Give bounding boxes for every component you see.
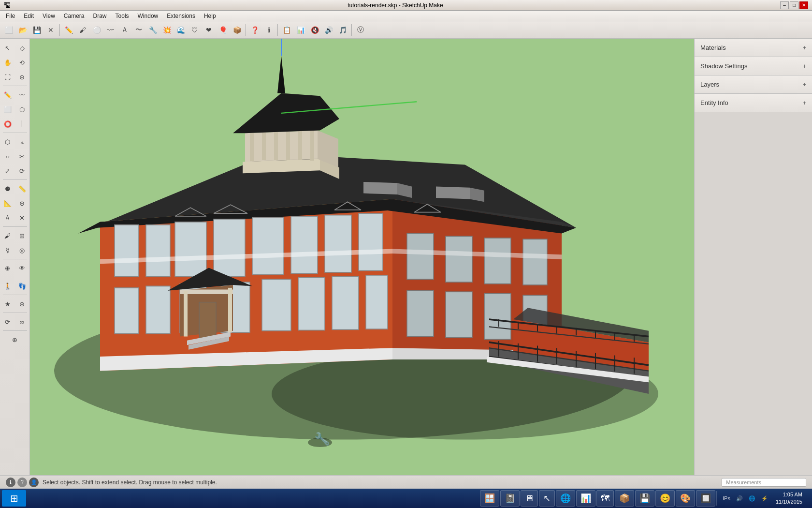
toolbar-btn-0[interactable]: ⬜ xyxy=(2,23,15,37)
battery-icon[interactable]: ⚡ xyxy=(759,494,770,503)
left-tool-25-0[interactable]: ⟳ xyxy=(1,315,14,329)
left-tool-21-1[interactable]: 👣 xyxy=(15,279,29,293)
left-tool-19-0[interactable]: ⊕ xyxy=(1,261,14,275)
toolbar-btn-7[interactable]: ⚪ xyxy=(90,23,103,37)
network-icon[interactable]: 🌐 xyxy=(747,494,757,503)
menu-item-draw[interactable]: Draw xyxy=(89,12,111,20)
toolbar-btn-24[interactable]: 🔇 xyxy=(308,23,321,37)
toolbar-btn-9[interactable]: Ａ xyxy=(118,23,131,37)
left-tool-2-1[interactable]: ⊕ xyxy=(15,70,29,84)
toolbar-btn-6[interactable]: 🖌 xyxy=(76,23,89,37)
toolbar-btn-13[interactable]: 🌊 xyxy=(174,23,188,37)
shadow-settings-panel[interactable]: Shadow Settings + xyxy=(695,57,812,75)
toolbar-btn-3[interactable]: ✕ xyxy=(44,23,58,37)
left-tool-14-0[interactable]: Ａ xyxy=(1,211,14,224)
menu-item-view[interactable]: View xyxy=(39,12,59,20)
left-tool-13-0[interactable]: 📐 xyxy=(1,196,14,210)
left-tool-13-1[interactable]: ⊕ xyxy=(15,196,29,210)
taskbar-app-app7[interactable]: 📦 xyxy=(615,490,634,507)
toolbar-btn-25[interactable]: 🔊 xyxy=(322,23,335,37)
close-button[interactable]: ✕ xyxy=(799,1,808,9)
menu-item-edit[interactable]: Edit xyxy=(20,12,38,20)
materials-panel[interactable]: Materials + xyxy=(695,39,812,57)
left-tool-8-1[interactable]: ⟁ xyxy=(15,135,29,149)
taskbar-app-onenote[interactable]: 📓 xyxy=(500,490,520,507)
left-tool-19-1[interactable]: 👁 xyxy=(15,261,29,275)
left-tool-16-0[interactable]: 🖌 xyxy=(1,229,14,242)
toolbar-btn-10[interactable]: 〜 xyxy=(132,23,145,37)
maximize-button[interactable]: □ xyxy=(790,1,798,9)
left-tool-4-1[interactable]: 〰 xyxy=(15,88,29,102)
left-tool-1-1[interactable]: ⟲ xyxy=(15,56,29,69)
left-tool-1-0[interactable]: ✋ xyxy=(1,56,14,69)
left-tool-5-0[interactable]: ⬜ xyxy=(1,103,14,116)
left-tool-10-0[interactable]: ⤢ xyxy=(1,164,14,178)
taskbar-app-sketchup[interactable]: 🖥 xyxy=(521,490,538,507)
left-tool-16-1[interactable]: ⊞ xyxy=(15,229,29,242)
menu-item-window[interactable]: Window xyxy=(134,12,162,20)
taskbar-app-app5[interactable]: 📊 xyxy=(576,490,595,507)
left-tool-17-1[interactable]: ◎ xyxy=(15,243,29,257)
info-icon[interactable]: ℹ xyxy=(6,478,15,487)
left-tool-4-0[interactable]: ✏️ xyxy=(1,88,14,102)
left-tool-8-0[interactable]: ⬡ xyxy=(1,135,14,149)
left-tool-12-1[interactable]: 📏 xyxy=(15,182,29,195)
minimize-button[interactable]: – xyxy=(780,1,789,9)
user-icon[interactable]: 👤 xyxy=(29,478,39,487)
toolbar-btn-11[interactable]: 🔧 xyxy=(146,23,160,37)
toolbar-btn-15[interactable]: ❤ xyxy=(202,23,216,37)
left-tool-9-1[interactable]: ✂ xyxy=(15,149,29,163)
help-icon[interactable]: ? xyxy=(17,478,27,487)
left-tool-23-1[interactable]: ⊛ xyxy=(15,297,29,311)
toolbar-btn-20[interactable]: ℹ xyxy=(262,23,276,37)
left-tool-5-1[interactable]: ⬡ xyxy=(15,103,29,116)
taskbar-app-app8[interactable]: 💾 xyxy=(635,490,654,507)
toolbar-btn-23[interactable]: 📊 xyxy=(294,23,307,37)
left-tool-9-0[interactable]: ↔ xyxy=(1,149,14,163)
menu-item-help[interactable]: Help xyxy=(200,12,220,20)
toolbar-btn-5[interactable]: ✏️ xyxy=(62,23,75,37)
taskbar-app-maps[interactable]: 🗺 xyxy=(596,490,614,507)
left-tool-2-0[interactable]: ⛶ xyxy=(1,70,14,84)
entity-info-panel[interactable]: Entity Info + xyxy=(695,94,812,112)
left-tool-10-1[interactable]: ⟳ xyxy=(15,164,29,178)
left-tool-0-1[interactable]: ◇ xyxy=(15,41,29,55)
left-tool-21-0[interactable]: 🚶 xyxy=(1,279,14,293)
left-tool-6-1[interactable]: 〡 xyxy=(15,117,29,131)
taskbar-app-app9[interactable]: 😊 xyxy=(655,490,675,507)
toolbar-btn-16[interactable]: 🎈 xyxy=(216,23,230,37)
toolbar-btn-2[interactable]: 💾 xyxy=(30,23,44,37)
taskbar-app-sketchup2[interactable]: ↖ xyxy=(539,490,555,507)
volume-icon[interactable]: 🔊 xyxy=(734,494,745,503)
menu-item-tools[interactable]: Tools xyxy=(112,12,133,20)
toolbar-btn-22[interactable]: 📋 xyxy=(280,23,293,37)
left-tool-14-1[interactable]: ✕ xyxy=(15,211,29,224)
menu-item-file[interactable]: File xyxy=(2,12,19,20)
toolbar-btn-19[interactable]: ❓ xyxy=(248,23,261,37)
viewport[interactable]: 🔧 xyxy=(30,39,694,475)
toolbar-btn-17[interactable]: 📦 xyxy=(230,23,244,37)
left-tool-25-1[interactable]: ∞ xyxy=(15,315,29,329)
toolbar-btn-28[interactable]: Ⓥ xyxy=(354,23,367,37)
toolbar-btn-1[interactable]: 📂 xyxy=(16,23,29,37)
taskbar-app-explorer[interactable]: 🪟 xyxy=(480,490,499,507)
left-tool-27-0[interactable]: ⊕ xyxy=(8,333,22,346)
left-tool-6-0[interactable]: ⭕ xyxy=(1,117,14,131)
left-tool-0-0[interactable]: ↖ xyxy=(1,41,14,55)
menu-item-camera[interactable]: Camera xyxy=(60,12,88,20)
menu-item-extensions[interactable]: Extensions xyxy=(163,12,199,20)
layers-panel[interactable]: Layers + xyxy=(695,75,812,94)
toolbar-btn-14[interactable]: 🛡 xyxy=(188,23,202,37)
measurements-box[interactable]: Measurements xyxy=(722,478,806,487)
language-indicator[interactable]: IPs xyxy=(721,494,732,502)
start-button[interactable]: ⊞ xyxy=(2,490,26,507)
toolbar-btn-12[interactable]: 💥 xyxy=(160,23,174,37)
taskbar-app-app11[interactable]: 🔲 xyxy=(696,490,715,507)
left-tool-23-0[interactable]: ★ xyxy=(1,297,14,311)
left-tool-12-0[interactable]: ⚈ xyxy=(1,182,14,195)
toolbar-btn-8[interactable]: 〰 xyxy=(104,23,117,37)
taskbar-app-chrome[interactable]: 🌐 xyxy=(556,490,575,507)
toolbar-btn-26[interactable]: 🎵 xyxy=(336,23,349,37)
taskbar-app-photoshop[interactable]: 🎨 xyxy=(676,490,695,507)
system-clock[interactable]: 1:05 AM 11/10/2015 xyxy=(772,491,806,506)
